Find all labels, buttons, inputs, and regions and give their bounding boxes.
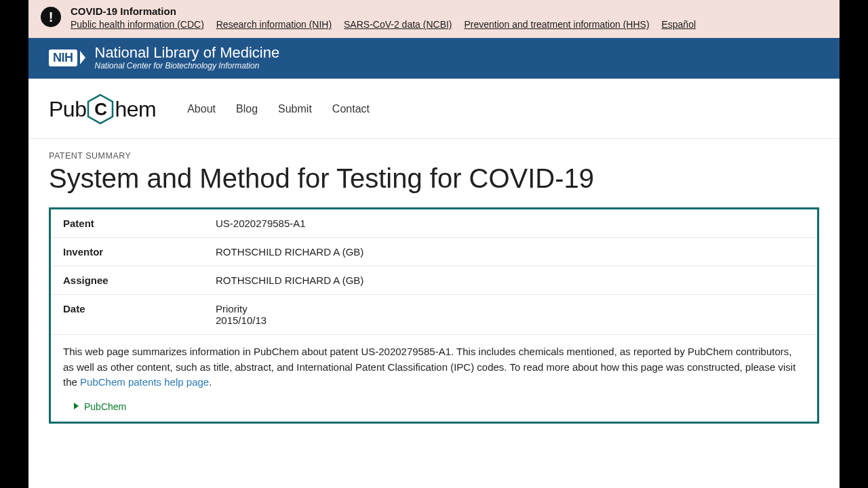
hexagon-icon: C	[87, 94, 114, 125]
nlm-header: NIH National Library of Medicine Nationa…	[28, 38, 840, 79]
source-row: PubChem	[51, 401, 817, 422]
nav-submit[interactable]: Submit	[278, 103, 312, 115]
row-patent: Patent US-2020279585-A1	[51, 209, 817, 238]
logo-c: C	[94, 99, 106, 120]
content: PATENT SUMMARY System and Method for Tes…	[28, 139, 840, 424]
covid-link-ncbi[interactable]: SARS-CoV-2 data (NCBI)	[344, 19, 452, 30]
nav-about[interactable]: About	[187, 103, 216, 115]
nih-badge[interactable]: NIH	[49, 49, 85, 66]
covid-text-block: COVID-19 Information Public health infor…	[71, 5, 827, 30]
label-patent: Patent	[63, 218, 216, 229]
patents-help-link[interactable]: PubChem patents help page	[80, 376, 209, 388]
source-link-pubchem[interactable]: PubChem	[84, 401, 126, 412]
nih-logo-text: NIH	[49, 49, 77, 66]
covid-link-hhs[interactable]: Prevention and treatment information (HH…	[464, 19, 649, 30]
value-inventor: ROTHSCHILD RICHARD A (GB)	[216, 246, 805, 258]
logo-prefix: Pub	[49, 97, 86, 122]
row-date: Date Priority 2015/10/13	[51, 295, 817, 335]
covid-title: COVID-19 Information	[71, 5, 827, 17]
logo-suffix: hem	[115, 97, 156, 122]
page-title: System and Method for Testing for COVID-…	[49, 163, 819, 194]
covid-link-es[interactable]: Español	[661, 19, 696, 30]
nlm-title: National Library of Medicine	[95, 45, 280, 61]
covid-link-nih[interactable]: Research information (NIH)	[216, 19, 332, 30]
row-assignee: Assignee ROTHSCHILD RICHARD A (GB)	[51, 266, 817, 295]
nlm-subtitle: National Center for Biotechnology Inform…	[95, 61, 280, 70]
label-date: Date	[63, 303, 216, 326]
nav-contact[interactable]: Contact	[332, 103, 370, 115]
value-assignee: ROTHSCHILD RICHARD A (GB)	[216, 274, 805, 286]
summary-box: Patent US-2020279585-A1 Inventor ROTHSCH…	[49, 207, 819, 424]
nav-blog[interactable]: Blog	[236, 103, 258, 115]
chevron-right-icon	[80, 51, 85, 64]
pubchem-logo[interactable]: Pub C hem	[49, 94, 156, 125]
label-assignee: Assignee	[63, 274, 216, 286]
row-inventor: Inventor ROTHSCHILD RICHARD A (GB)	[51, 238, 817, 266]
nav-links: About Blog Submit Contact	[187, 103, 370, 115]
alert-icon: !	[41, 7, 61, 27]
kicker: PATENT SUMMARY	[49, 151, 819, 161]
summary-description: This web page summarizes information in …	[51, 335, 817, 401]
covid-link-cdc[interactable]: Public health information (CDC)	[71, 19, 204, 30]
nlm-title-block[interactable]: National Library of Medicine National Ce…	[95, 45, 280, 70]
label-inventor: Inventor	[63, 246, 216, 258]
covid-links: Public health information (CDC) Research…	[71, 19, 827, 30]
pubchem-bar: Pub C hem About Blog Submit Contact	[28, 79, 840, 139]
desc-text-2: .	[209, 376, 212, 388]
page-root: ! COVID-19 Information Public health inf…	[28, 0, 840, 488]
triangle-right-icon	[74, 403, 79, 409]
value-patent: US-2020279585-A1	[216, 218, 805, 229]
value-date: Priority 2015/10/13	[216, 303, 805, 326]
covid-banner: ! COVID-19 Information Public health inf…	[28, 0, 840, 38]
